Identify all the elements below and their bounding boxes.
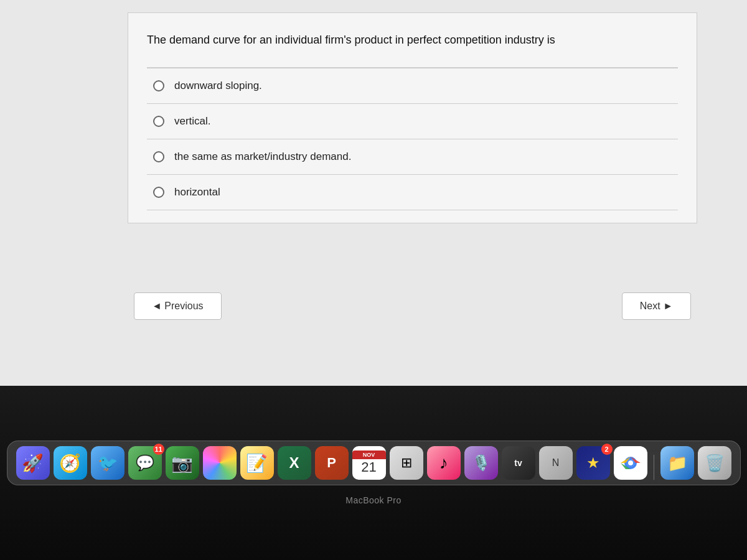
- dock-icon-appletv[interactable]: tv: [502, 446, 535, 480]
- radio-a: [153, 80, 164, 91]
- dock-icon-excel[interactable]: X: [278, 446, 311, 480]
- radio-d: [153, 187, 164, 198]
- previous-button[interactable]: ◄ Previous: [134, 292, 222, 320]
- dock-icon-chrome[interactable]: [614, 446, 647, 480]
- dock-icon-photos[interactable]: [203, 446, 237, 480]
- dock-divider: [654, 455, 654, 480]
- dock-icon-star[interactable]: ★ 2: [576, 446, 610, 480]
- dock-icon-grid[interactable]: ⊞: [390, 446, 423, 480]
- calendar-day: 21: [361, 459, 376, 475]
- option-row-b[interactable]: vertical.: [147, 104, 678, 139]
- option-label-d: horizontal: [174, 186, 220, 198]
- dock-area: 🚀 🧭 🐦 💬 11 📷 📝 X P NOV 21 ⊞ ♪ 🎙️ t: [0, 386, 747, 560]
- question-card: The demand curve for an individual firm'…: [128, 12, 697, 223]
- question-text: The demand curve for an individual firm'…: [147, 32, 678, 49]
- dock-icon-launchpad[interactable]: 🚀: [16, 446, 50, 480]
- calendar-month: NOV: [352, 450, 386, 459]
- dock-icon-facetime[interactable]: 📷: [166, 446, 199, 480]
- dock-icon-itunes[interactable]: ♪: [427, 446, 461, 480]
- option-label-b: vertical.: [174, 115, 211, 128]
- dock-icon-finder[interactable]: 🐦: [91, 446, 125, 480]
- macbook-label: MacBook Pro: [345, 495, 402, 505]
- dock-icon-trash[interactable]: 🗑️: [698, 446, 731, 480]
- dock: 🚀 🧭 🐦 💬 11 📷 📝 X P NOV 21 ⊞ ♪ 🎙️ t: [7, 441, 741, 485]
- dock-icon-files[interactable]: 📁: [660, 446, 694, 480]
- radio-c: [153, 151, 164, 162]
- star-badge: 2: [601, 444, 613, 455]
- main-content: The demand curve for an individual firm'…: [0, 0, 747, 386]
- options-container: downward sloping.vertical.the same as ma…: [147, 68, 678, 210]
- dock-icon-siri[interactable]: N: [539, 446, 573, 480]
- messages-badge: 11: [153, 444, 164, 455]
- option-row-a[interactable]: downward sloping.: [147, 68, 678, 104]
- dock-icon-powerpoint[interactable]: P: [315, 446, 349, 480]
- radio-b: [153, 116, 164, 127]
- dock-icon-safari[interactable]: 🧭: [54, 446, 87, 480]
- dock-icon-notes[interactable]: 📝: [240, 446, 274, 480]
- option-label-a: downward sloping.: [174, 80, 262, 92]
- option-row-c[interactable]: the same as market/industry demand.: [147, 139, 678, 175]
- option-label-c: the same as market/industry demand.: [174, 151, 351, 163]
- dock-icon-calendar[interactable]: NOV 21: [352, 446, 386, 480]
- svg-point-4: [628, 460, 633, 465]
- next-button[interactable]: Next ►: [622, 292, 691, 320]
- option-row-d[interactable]: horizontal: [147, 175, 678, 210]
- dock-icon-messages[interactable]: 💬 11: [128, 446, 162, 480]
- dock-icon-podcasts[interactable]: 🎙️: [464, 446, 498, 480]
- nav-area: ◄ Previous Next ►: [128, 292, 697, 320]
